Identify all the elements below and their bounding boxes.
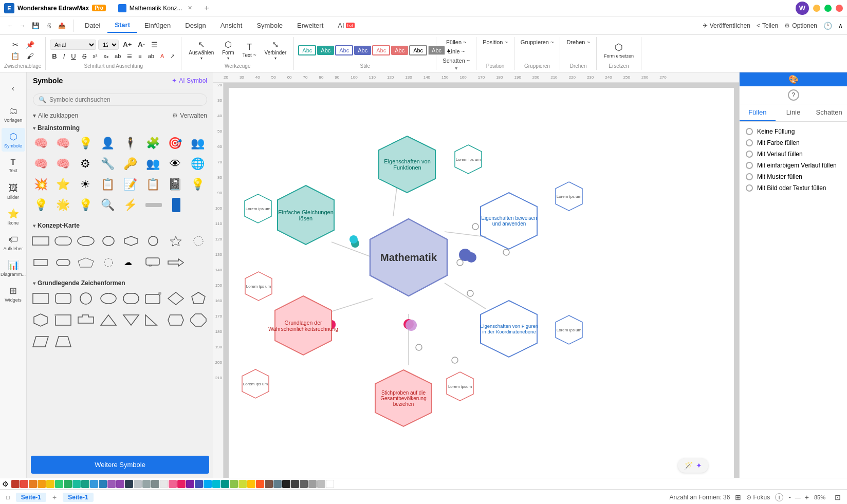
color-swatch-near-black[interactable]: [291, 480, 299, 488]
sidebar-nav-vorlagen[interactable]: 🗂 Vorlagen: [2, 102, 25, 126]
style-box-2[interactable]: Abc: [317, 46, 334, 55]
konzept-circle[interactable]: [143, 231, 163, 251]
fill-color-option[interactable]: Mit Farbe füllen: [746, 139, 841, 146]
node-stichproben[interactable]: Stichproben auf die Gesamtbevölkerung be…: [367, 368, 439, 428]
fit-page-btn[interactable]: ⊡: [835, 493, 841, 501]
tab-ai[interactable]: AI hot: [330, 18, 361, 32]
color-swatch-bluegray[interactable]: [273, 480, 282, 488]
node-lorem9[interactable]: Lorem ips um: [551, 314, 586, 346]
color-swatch-teal3[interactable]: [221, 480, 229, 488]
symbol-key[interactable]: 🔑: [121, 154, 140, 174]
options-btn[interactable]: ⚙Optionen: [784, 22, 817, 29]
color-swatch-blue1[interactable]: [90, 480, 98, 488]
format-painter-btn[interactable]: 🖌: [24, 51, 36, 61]
zoom-in-btn[interactable]: +: [805, 493, 809, 501]
node-einfache[interactable]: Einfache Gleichungen lösen: [270, 183, 342, 247]
export-btn[interactable]: 📤: [55, 20, 69, 31]
bold-btn[interactable]: B: [50, 51, 59, 61]
brainstorming-section-header[interactable]: ▾ Brainstorming: [31, 121, 209, 134]
node-lorem7[interactable]: Lorem ips um: [238, 368, 273, 400]
color-swatch-teal1[interactable]: [72, 480, 81, 488]
more-symbols-btn[interactable]: Weitere Symbole: [31, 456, 209, 474]
add-page-btn[interactable]: +: [49, 492, 60, 502]
tab-ansicht[interactable]: Ansicht: [213, 18, 250, 32]
color-swatch-white[interactable]: [326, 480, 334, 488]
symbol-group[interactable]: 👥: [188, 134, 207, 153]
zf-diamond[interactable]: [166, 289, 186, 308]
font-expand-btn[interactable]: ↗: [168, 52, 177, 61]
ai-symbol-btn[interactable]: ✦ AI Symbol: [172, 77, 207, 84]
sidebar-nav-widgets[interactable]: ⊞ Widgets: [2, 282, 25, 306]
color-swatch-pink2[interactable]: [177, 480, 186, 488]
konzept-sunburst[interactable]: [189, 231, 208, 251]
copy-btn[interactable]: 📋: [9, 51, 22, 61]
zf-pentagon[interactable]: [189, 289, 208, 308]
node-eigenschaften-bewei[interactable]: Eigenschaften beweisen und anwenden: [474, 191, 544, 251]
color-swatch-deeporange[interactable]: [256, 480, 264, 488]
symbol-target[interactable]: 🎯: [165, 134, 185, 153]
tab-fuellen[interactable]: Füllen: [740, 104, 776, 121]
konzept-shape2[interactable]: [31, 253, 50, 272]
zoom-slider[interactable]: —: [793, 494, 803, 500]
increase-font-btn[interactable]: A+: [121, 40, 134, 49]
sidebar-nav-symbole[interactable]: ⬡ Symbole: [2, 128, 25, 152]
symbol-bulb1[interactable]: 💡: [76, 134, 95, 153]
position-btn[interactable]: Position ~: [481, 38, 510, 46]
line-dropdown-btn[interactable]: Linie ~: [446, 47, 467, 55]
tab-symbole[interactable]: Symbole: [249, 18, 290, 32]
color-swatch-pink1[interactable]: [169, 480, 177, 488]
color-swatch-lightgray[interactable]: [160, 480, 168, 488]
node-lorem3[interactable]: Lorem ips um: [551, 180, 586, 212]
shape-btn[interactable]: ⬡ Form ▾: [219, 39, 237, 62]
nav-back-btn[interactable]: ←: [4, 20, 16, 31]
style-box-4[interactable]: Abc: [354, 46, 371, 55]
node-lorem6[interactable]: Lorem ips um: [241, 270, 276, 302]
italic-btn[interactable]: I: [61, 51, 67, 61]
fill-none-radio[interactable]: [746, 128, 753, 135]
style-box-1[interactable]: Abc: [298, 45, 316, 55]
color-swatch-black[interactable]: [282, 480, 290, 488]
color-swatch-orange1[interactable]: [29, 480, 37, 488]
color-swatch-medgray[interactable]: [308, 480, 317, 488]
symbol-eye[interactable]: 👁: [165, 154, 185, 174]
node-wahrscheinlichkeit[interactable]: Grundlagen der Wahrscheinlichkeitsrechnu…: [267, 293, 339, 358]
zf-rounded[interactable]: [53, 289, 73, 308]
nav-fwd-btn[interactable]: →: [16, 20, 29, 31]
zf-tri2[interactable]: [121, 310, 141, 330]
color-swatch-gray2[interactable]: [151, 480, 159, 488]
new-tab-btn[interactable]: +: [200, 2, 213, 15]
connector-btn[interactable]: ⤡ Verbinder ▾: [262, 39, 290, 62]
color-swatch-lightgreen[interactable]: [230, 480, 238, 488]
minimize-btn[interactable]: [813, 5, 820, 12]
color-swatch-blue2[interactable]: [99, 480, 107, 488]
help-btn[interactable]: ?: [788, 89, 799, 101]
konzept-shape4[interactable]: [76, 253, 96, 272]
strikethrough-btn[interactable]: S: [80, 51, 89, 61]
color-swatch-lime[interactable]: [238, 480, 247, 488]
zeichenformen-section-header[interactable]: ▾ Grundlegende Zeichenformen: [31, 276, 209, 289]
zf-parallelogram[interactable]: [31, 332, 50, 351]
fill-image-option[interactable]: Mit Bild oder Textur füllen: [746, 184, 841, 192]
fill-dropdown-btn[interactable]: Füllen ~: [444, 38, 468, 46]
symbol-bulb3[interactable]: 💡: [31, 195, 50, 215]
symbol-brain4[interactable]: 🧠: [53, 154, 73, 174]
fill-gradient-radio[interactable]: [746, 151, 753, 158]
user-avatar[interactable]: W: [796, 2, 809, 15]
tab-design[interactable]: Design: [178, 18, 213, 32]
page-tab-active[interactable]: Seite-1: [63, 493, 93, 502]
color-swatch-gray1[interactable]: [142, 480, 151, 488]
zf-tab[interactable]: [76, 310, 96, 330]
zf-rect[interactable]: [31, 289, 50, 308]
node-lorem8[interactable]: Lorem ipsum: [443, 370, 477, 402]
symbol-sun[interactable]: ☀: [76, 175, 95, 194]
symbol-doc[interactable]: 📋: [98, 175, 118, 194]
canvas[interactable]: Mathematik Einfache Gleichungen lösen: [224, 83, 739, 478]
konzept-star[interactable]: [166, 231, 186, 251]
tab-close[interactable]: ✕: [188, 5, 192, 11]
konzept-shape5[interactable]: [99, 253, 118, 272]
color-swatch-indigo[interactable]: [195, 480, 203, 488]
expand-btn[interactable]: ∧: [838, 22, 843, 29]
konzept-arrow[interactable]: [166, 253, 186, 272]
publish-btn[interactable]: ✈Veröffentlichen: [703, 22, 750, 29]
symbol-bulb4[interactable]: 🌟: [53, 195, 73, 215]
